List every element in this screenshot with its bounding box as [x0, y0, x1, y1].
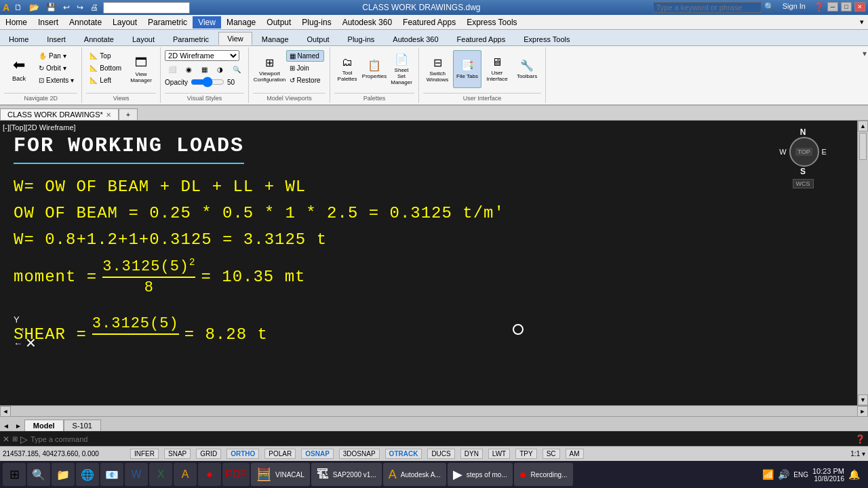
status-btn-osnap[interactable]: OSNAP: [301, 449, 334, 459]
status-btn-polar[interactable]: POLAR: [264, 449, 296, 459]
menu-home[interactable]: Home: [0, 16, 33, 28]
ribbon-expand-icon[interactable]: ▾: [863, 49, 867, 58]
nav-tab-s101[interactable]: S-101: [64, 420, 101, 431]
pdf-btn[interactable]: PDF: [222, 463, 250, 486]
back-button[interactable]: ⬅ Back: [4, 50, 34, 88]
notifications-icon[interactable]: 🔔: [848, 469, 860, 480]
undo-button[interactable]: ↩: [61, 2, 72, 13]
maximize-button[interactable]: □: [841, 2, 852, 12]
status-btn-grid[interactable]: GRID: [196, 449, 221, 459]
visual-style-btn2[interactable]: ◉: [182, 64, 195, 75]
scroll-down-arrow[interactable]: ▼: [858, 394, 868, 405]
nav-prev-arrow[interactable]: ◄: [0, 421, 12, 431]
viewport-config-button[interactable]: ⊞ Viewport Configuration: [255, 50, 285, 88]
menu-layout[interactable]: Layout: [107, 16, 142, 28]
visual-style-btn1[interactable]: ⬜: [165, 64, 180, 75]
tab-insert[interactable]: Insert: [38, 33, 75, 45]
visual-style-btn5[interactable]: 🔍: [229, 64, 244, 75]
top-view-button[interactable]: 📐 Top: [86, 50, 125, 62]
minimize-button[interactable]: ─: [827, 2, 838, 12]
red-btn[interactable]: ●: [198, 463, 221, 486]
word-button[interactable]: W: [125, 463, 148, 486]
menu-plugins[interactable]: Plug-ins: [296, 16, 336, 28]
status-btn-snap[interactable]: SNAP: [164, 449, 191, 459]
start-button[interactable]: ⊞: [3, 463, 26, 486]
doc-tab-close-icon[interactable]: ✕: [106, 111, 111, 119]
status-btn-sc[interactable]: SC: [542, 449, 560, 459]
tab-manage[interactable]: Manage: [253, 33, 298, 45]
tab-view[interactable]: View: [218, 32, 252, 45]
menu-parametric[interactable]: Parametric: [142, 16, 193, 28]
file-tabs-button[interactable]: 📑 File Tabs: [453, 50, 481, 88]
scroll-up-arrow[interactable]: ▲: [858, 121, 868, 131]
bottom-view-button[interactable]: 📐 Bottom: [86, 62, 125, 74]
join-button[interactable]: ⊞ Join: [286, 62, 324, 74]
menu-express[interactable]: Express Tools: [461, 16, 522, 28]
status-btn-otrack[interactable]: OTRACK: [385, 449, 422, 459]
tool-palettes-button[interactable]: 🗂 Tool Palettes: [334, 50, 360, 88]
doc-tab-new[interactable]: +: [119, 108, 138, 120]
visual-style-select[interactable]: 2D Wireframe: [165, 50, 239, 61]
menu-autodesk360[interactable]: Autodesk 360: [337, 16, 397, 28]
taskbar-sap2000[interactable]: 🏗 SAP2000 v1...: [311, 463, 382, 486]
workspace-selector[interactable]: Drafting & Annotation ▾: [103, 2, 190, 14]
menu-output[interactable]: Output: [261, 16, 296, 28]
open-button[interactable]: 📂: [27, 2, 41, 13]
switch-windows-button[interactable]: ⊟ Switch Windows: [423, 50, 452, 88]
close-button[interactable]: ✕: [854, 2, 865, 12]
status-btn-tpy[interactable]: TPY: [515, 449, 536, 459]
menu-featured[interactable]: Featured Apps: [397, 16, 461, 28]
tab-layout[interactable]: Layout: [123, 33, 163, 45]
visual-style-btn4[interactable]: ◑: [214, 64, 226, 75]
pan-button[interactable]: ✋ Pan ▾: [35, 50, 77, 62]
print-button[interactable]: 🖨: [88, 2, 100, 13]
signin-button[interactable]: Sign In: [783, 2, 806, 13]
named-button[interactable]: ▦ Named: [286, 50, 324, 62]
orbit-button[interactable]: ↻ Orbit ▾: [35, 62, 77, 74]
scroll-right-arrow[interactable]: ►: [857, 406, 868, 417]
close-cmd-icon[interactable]: ✕: [3, 434, 9, 444]
taskbar-autodesk[interactable]: A Autodesk A...: [383, 463, 446, 486]
nav-tab-model[interactable]: Model: [24, 420, 64, 431]
menu-view[interactable]: View: [193, 16, 221, 28]
toolbars-button[interactable]: 🔧 Toolbars: [513, 50, 541, 88]
status-btn-infer[interactable]: INFER: [130, 449, 159, 459]
status-btn-3dosnap[interactable]: 3DOSNAP: [339, 449, 380, 459]
search-input[interactable]: [653, 2, 762, 13]
help-icon[interactable]: ❓: [814, 2, 825, 13]
search-icon[interactable]: 🔍: [764, 2, 774, 13]
save-button[interactable]: 💾: [44, 2, 58, 13]
sheet-set-manager-button[interactable]: 📄 Sheet Set Manager: [389, 50, 414, 88]
menu-insert[interactable]: Insert: [33, 16, 64, 28]
doc-tab-classwork[interactable]: CLASS WORK DRAWINGS* ✕: [0, 108, 119, 120]
redo-button[interactable]: ↪: [75, 2, 85, 13]
status-btn-ducs[interactable]: DUCS: [427, 449, 454, 459]
mail-button[interactable]: 📧: [100, 463, 123, 486]
browser-button[interactable]: 🌐: [76, 463, 99, 486]
tab-autodesk360[interactable]: Autodesk 360: [384, 33, 447, 45]
nav-next-arrow[interactable]: ►: [12, 421, 24, 431]
status-btn-ortho[interactable]: ORTHO: [226, 449, 259, 459]
user-interface-button[interactable]: 🖥 User Interface: [483, 50, 511, 88]
autocad-btn[interactable]: A: [174, 463, 197, 486]
h-scroll-track[interactable]: [11, 406, 857, 416]
tab-output[interactable]: Output: [298, 33, 338, 45]
extents-button[interactable]: ⊡ Extents ▾: [35, 75, 77, 86]
status-btn-lwt[interactable]: LWT: [488, 449, 510, 459]
scroll-thumb[interactable]: [859, 133, 867, 160]
menu-manage[interactable]: Manage: [221, 16, 261, 28]
scroll-track[interactable]: [858, 131, 868, 394]
cmd-icon2[interactable]: ⊞: [12, 435, 18, 443]
taskbar-steps[interactable]: ▶ steps of mo...: [448, 463, 513, 486]
left-view-button[interactable]: 📐 Left: [86, 75, 125, 86]
new-button[interactable]: 🗋: [12, 2, 24, 13]
tab-home[interactable]: Home: [0, 33, 37, 45]
status-btn-dyn[interactable]: DYN: [460, 449, 483, 459]
cmd-help-icon[interactable]: ❓: [855, 434, 865, 444]
command-input[interactable]: [31, 435, 852, 443]
search-taskbar-button[interactable]: 🔍: [27, 463, 50, 486]
taskbar-recording[interactable]: ● Recording...: [514, 463, 573, 486]
excel-button[interactable]: X: [149, 463, 172, 486]
tab-plugins[interactable]: Plug-ins: [339, 33, 384, 45]
visual-style-btn3[interactable]: ▦: [198, 64, 211, 75]
